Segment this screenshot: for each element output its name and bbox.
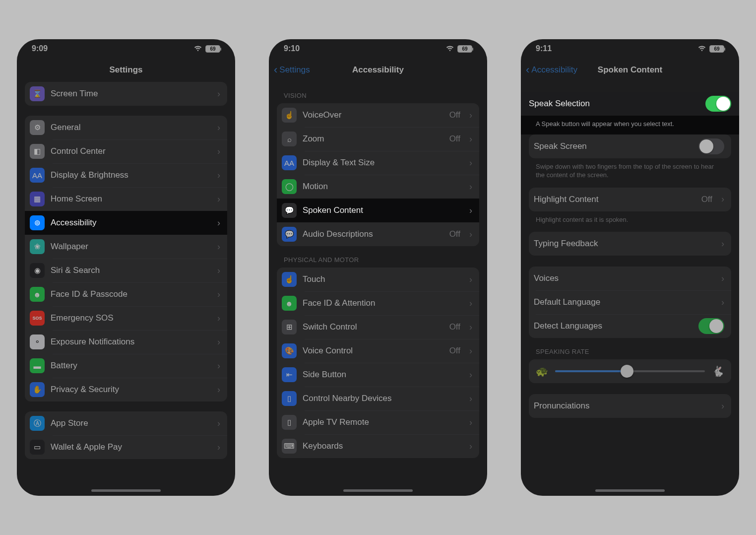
row-label: Home Screen bbox=[51, 194, 208, 204]
row-label: VoiceOver bbox=[303, 110, 443, 120]
row-detail: Off bbox=[449, 134, 460, 144]
footer-speak-screen: Swipe down with two fingers from the top… bbox=[529, 158, 731, 181]
row-keyboards[interactable]: ⌨ Keyboards › bbox=[277, 434, 479, 458]
toggle-detect-languages[interactable] bbox=[698, 318, 724, 334]
row-home-screen[interactable]: ▦ Home Screen › bbox=[25, 187, 227, 211]
chevron-right-icon: › bbox=[469, 110, 472, 121]
phone-accessibility: 9:10 69 ‹ Settings Accessibility VISION … bbox=[269, 39, 487, 496]
row-default-language[interactable]: Default Language › bbox=[529, 290, 731, 314]
row-face-id-attention[interactable]: ☻ Face ID & Attention › bbox=[277, 291, 479, 315]
row-exposure-notifications[interactable]: ⚬ Exposure Notifications › bbox=[25, 330, 227, 354]
row-siri-search[interactable]: ◉ Siri & Search › bbox=[25, 259, 227, 282]
group-typing-feedback: Typing Feedback › bbox=[529, 232, 731, 256]
row-label: Display & Text Size bbox=[303, 158, 460, 168]
back-button[interactable]: ‹ Accessibility bbox=[526, 65, 577, 75]
chevron-right-icon: › bbox=[217, 266, 220, 276]
row-wallet-apple-pay[interactable]: ▭ Wallet & Apple Pay › bbox=[25, 435, 227, 459]
toggle-speak-screen[interactable] bbox=[698, 138, 724, 154]
row-detect-languages[interactable]: Detect Languages bbox=[529, 314, 731, 338]
row-label: Switch Control bbox=[303, 322, 443, 332]
row-detail: Off bbox=[449, 229, 460, 239]
row-label: Default Language bbox=[534, 297, 712, 307]
group-speak-screen: Speak Screen bbox=[529, 134, 731, 158]
row-general[interactable]: ⚙ General › bbox=[25, 116, 227, 139]
chevron-right-icon: › bbox=[217, 289, 220, 300]
chevron-right-icon: › bbox=[217, 313, 220, 324]
chevron-right-icon: › bbox=[217, 89, 220, 99]
row-highlight-content[interactable]: Highlight Content Off › bbox=[529, 188, 731, 211]
face-id-passcode-icon: ☻ bbox=[30, 287, 45, 302]
row-label: Wallpaper bbox=[51, 242, 208, 252]
row-privacy-security[interactable]: ✋ Privacy & Security › bbox=[25, 378, 227, 401]
row-display-brightness[interactable]: AA Display & Brightness › bbox=[25, 163, 227, 187]
row-label: Keyboards bbox=[303, 441, 460, 451]
row-typing-feedback[interactable]: Typing Feedback › bbox=[529, 232, 731, 256]
chevron-right-icon: › bbox=[217, 442, 220, 453]
row-pronunciations[interactable]: Pronunciations › bbox=[529, 394, 731, 418]
row-screen-time[interactable]: ⌛ Screen Time › bbox=[25, 82, 227, 106]
home-indicator[interactable] bbox=[91, 489, 161, 492]
group-pronunciations: Pronunciations › bbox=[529, 394, 731, 418]
row-motion[interactable]: ◯ Motion › bbox=[277, 175, 479, 199]
row-spoken-content[interactable]: 💬 Spoken Content › bbox=[277, 199, 479, 222]
row-voice-control[interactable]: 🎨 Voice Control Off › bbox=[277, 339, 479, 363]
row-switch-control[interactable]: ⊞ Switch Control Off › bbox=[277, 315, 479, 339]
chevron-right-icon: › bbox=[469, 229, 472, 240]
row-speak-selection[interactable]: Speak Selection bbox=[521, 92, 739, 116]
home-indicator[interactable] bbox=[595, 489, 665, 492]
app-store-icon: Ⓐ bbox=[30, 416, 45, 431]
chevron-right-icon: › bbox=[469, 134, 472, 144]
voiceover-icon: ☝ bbox=[282, 108, 297, 123]
row-label: Typing Feedback bbox=[534, 239, 712, 249]
speaking-rate-slider[interactable] bbox=[555, 370, 705, 372]
status-bar: 9:10 69 bbox=[269, 39, 487, 58]
chevron-right-icon: › bbox=[721, 297, 724, 308]
row-voiceover[interactable]: ☝ VoiceOver Off › bbox=[277, 103, 479, 127]
chevron-right-icon: › bbox=[217, 242, 220, 252]
chevron-right-icon: › bbox=[721, 194, 724, 204]
row-label: Speak Screen bbox=[534, 141, 693, 151]
phone-spoken-content: 9:11 69 ‹ Accessibility Spoken Content S… bbox=[521, 39, 739, 496]
rabbit-icon: 🐇 bbox=[712, 365, 724, 377]
home-indicator[interactable] bbox=[343, 489, 413, 492]
row-emergency-sos[interactable]: SOS Emergency SOS › bbox=[25, 306, 227, 330]
row-label: Motion bbox=[303, 182, 460, 192]
toggle-speak-selection[interactable] bbox=[705, 96, 731, 112]
row-wallpaper[interactable]: ❀ Wallpaper › bbox=[25, 235, 227, 259]
row-speak-screen[interactable]: Speak Screen bbox=[529, 134, 731, 158]
chevron-right-icon: › bbox=[469, 370, 472, 380]
status-bar: 9:09 69 bbox=[17, 39, 235, 58]
battery-icon: 69 bbox=[205, 45, 220, 53]
row-touch[interactable]: ☝ Touch › bbox=[277, 268, 479, 291]
row-detail: Off bbox=[701, 195, 712, 204]
row-label: Wallet & Apple Pay bbox=[51, 442, 208, 452]
chevron-right-icon: › bbox=[469, 417, 472, 428]
row-label: Privacy & Security bbox=[51, 385, 208, 395]
wifi-icon bbox=[697, 45, 706, 52]
phone-settings: 9:09 69 Settings ⌛ Screen Time › ⚙ Gener… bbox=[17, 39, 235, 496]
row-control-nearby-devices[interactable]: ▯ Control Nearby Devices › bbox=[277, 387, 479, 410]
screen-time-icon: ⌛ bbox=[30, 86, 45, 101]
row-battery[interactable]: ▬ Battery › bbox=[25, 354, 227, 378]
siri-search-icon: ◉ bbox=[30, 263, 45, 278]
back-button[interactable]: ‹ Settings bbox=[274, 65, 310, 75]
face-id-attention-icon: ☻ bbox=[282, 296, 297, 311]
row-zoom[interactable]: ⌕ Zoom Off › bbox=[277, 127, 479, 151]
row-apple-tv-remote[interactable]: ▯ Apple TV Remote › bbox=[277, 410, 479, 434]
turtle-icon: 🐢 bbox=[536, 365, 548, 377]
row-display-text-size[interactable]: AA Display & Text Size › bbox=[277, 151, 479, 175]
page-title: Spoken Content bbox=[598, 65, 662, 75]
row-face-id-passcode[interactable]: ☻ Face ID & Passcode › bbox=[25, 282, 227, 306]
row-voices[interactable]: Voices › bbox=[529, 267, 731, 290]
row-label: Siri & Search bbox=[51, 266, 208, 275]
row-label: Spoken Content bbox=[303, 205, 460, 215]
battery-icon: ▬ bbox=[30, 358, 45, 373]
row-control-center[interactable]: ◧ Control Center › bbox=[25, 139, 227, 163]
exposure-notifications-icon: ⚬ bbox=[30, 334, 45, 349]
row-app-store[interactable]: Ⓐ App Store › bbox=[25, 411, 227, 435]
row-accessibility[interactable]: ⊚ Accessibility › bbox=[25, 211, 227, 235]
row-audio-descriptions[interactable]: 💬 Audio Descriptions Off › bbox=[277, 222, 479, 246]
group-languages: Voices › Default Language › Detect Langu… bbox=[529, 267, 731, 338]
row-side-button[interactable]: ⇤ Side Button › bbox=[277, 363, 479, 387]
footer-speak-selection: A Speak button will appear when you sele… bbox=[529, 116, 731, 130]
